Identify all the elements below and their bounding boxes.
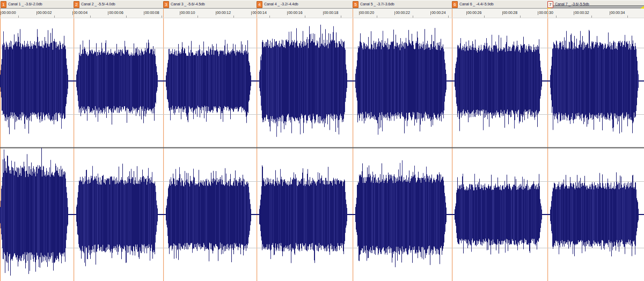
ruler-timestamp: 00:00:16 (288, 11, 302, 14)
clip-title-label[interactable]: Canal 7 _ -3.6/-5.5db (555, 2, 589, 6)
clip-boundary-line (74, 9, 74, 18)
ruler-major-tick (36, 11, 37, 15)
clip-title-label[interactable]: Canal 4 _ -3.2/-4.4db (264, 2, 298, 6)
ruler-minor-tick (520, 16, 521, 18)
ruler-timestamp: 00:00:18 (324, 11, 338, 14)
ruler-timestamp: 00:00:10 (181, 11, 195, 14)
ruler-minor-tick (556, 16, 557, 18)
ruler-timestamp: 00:00:06 (109, 11, 123, 14)
ruler-major-tick (287, 11, 288, 15)
ruler-major-tick (144, 11, 144, 15)
clip-boundary-line (547, 9, 548, 18)
ruler-minor-tick (591, 16, 592, 18)
clip-boundary-line (452, 9, 452, 18)
ruler-minor-tick (126, 16, 127, 18)
clip-title-label[interactable]: Canal 3 _ -5.6/-4.5db (171, 2, 205, 6)
ruler-timestamp: 00:00:02 (38, 11, 52, 14)
ruler-minor-tick (269, 16, 270, 18)
ruler-timestamp: 00:00:12 (217, 11, 231, 14)
clip-marker-flag[interactable]: 1 (1, 1, 6, 8)
clip-marker-flag[interactable]: 7 (547, 1, 553, 8)
ruler-minor-tick (484, 16, 485, 18)
clip-title-label[interactable]: Canal 2 _ -5.5/-4.0db (81, 2, 115, 6)
ruler-minor-tick (18, 16, 19, 18)
ruler-major-tick (323, 11, 324, 15)
ruler-timestamp: 00:00:08 (145, 11, 159, 14)
clip-boundary-line (163, 9, 164, 18)
ruler-major-tick (538, 11, 538, 15)
ruler-major-tick (610, 11, 610, 15)
ruler-minor-tick (377, 16, 377, 18)
ruler-major-tick (1, 11, 1, 15)
ruler-minor-tick (233, 16, 234, 18)
clip-label-bar: 1Canal 1 _ -3.6/-2.0db2Canal 2 _ -5.5/-4… (0, 0, 644, 9)
ruler-timestamp: 00:00:26 (467, 11, 481, 14)
ruler-minor-tick (413, 16, 413, 18)
ruler-major-tick (394, 11, 395, 15)
ruler-timestamp: 00:00:30 (539, 11, 553, 14)
audio-editor-window: 1Canal 1 _ -3.6/-2.0db2Canal 2 _ -5.5/-4… (0, 0, 644, 281)
ruler-major-tick (574, 11, 574, 15)
ruler-timestamp: 00:00:34 (611, 11, 625, 14)
clip-marker-flag[interactable]: 4 (257, 1, 262, 8)
ruler-minor-tick (305, 16, 305, 18)
clip-marker-flag[interactable]: 5 (353, 1, 358, 8)
ruler-timestamp: 00:00:24 (431, 11, 445, 14)
ruler-timestamp: 00:00:28 (503, 11, 517, 14)
ruler-major-tick (108, 11, 108, 15)
clip-title-label[interactable]: Canal 6 _ -4.4/-5.9db (459, 2, 494, 6)
clip-title-label[interactable]: Canal 5 _ -3.7/-3.6db (360, 2, 394, 6)
clip-boundary-line (257, 9, 257, 18)
clip-marker-flag[interactable]: 3 (163, 1, 169, 8)
ruler-timestamp: 00:00:04 (74, 11, 87, 14)
ruler-major-tick (502, 11, 503, 15)
ruler-timestamp: 00:00:22 (396, 11, 409, 14)
waveform-display[interactable] (0, 18, 644, 281)
ruler-major-tick (430, 11, 431, 15)
ruler-major-tick (251, 11, 252, 15)
ruler-timestamp: 00:00:00 (2, 11, 16, 14)
ruler-timestamp: 00:00:32 (575, 11, 589, 14)
ruler-timestamp: 00:00:20 (360, 11, 374, 14)
ruler-timestamp: 00:00:14 (252, 11, 266, 14)
ruler-minor-tick (90, 16, 91, 18)
clip-title-label[interactable]: Canal 1 _ -3.6/-2.0db (8, 2, 42, 6)
ruler-major-tick (466, 11, 467, 15)
ruler-major-tick (72, 11, 73, 15)
clip-boundary-line (0, 9, 1, 18)
clip-boundary-line (353, 9, 353, 18)
timeline-ruler[interactable]: 00:00:0000:00:0200:00:0400:00:0600:00:08… (0, 9, 644, 18)
ruler-minor-tick (341, 16, 341, 18)
ruler-major-tick (216, 11, 216, 15)
ruler-minor-tick (448, 16, 449, 18)
ruler-minor-tick (197, 16, 198, 18)
ruler-major-tick (180, 11, 180, 15)
ruler-minor-tick (162, 16, 162, 18)
clip-marker-flag[interactable]: 6 (452, 1, 458, 8)
ruler-minor-tick (54, 16, 55, 18)
ruler-minor-tick (627, 16, 628, 18)
ruler-major-tick (359, 11, 360, 15)
clip-marker-flag[interactable]: 2 (74, 1, 79, 8)
